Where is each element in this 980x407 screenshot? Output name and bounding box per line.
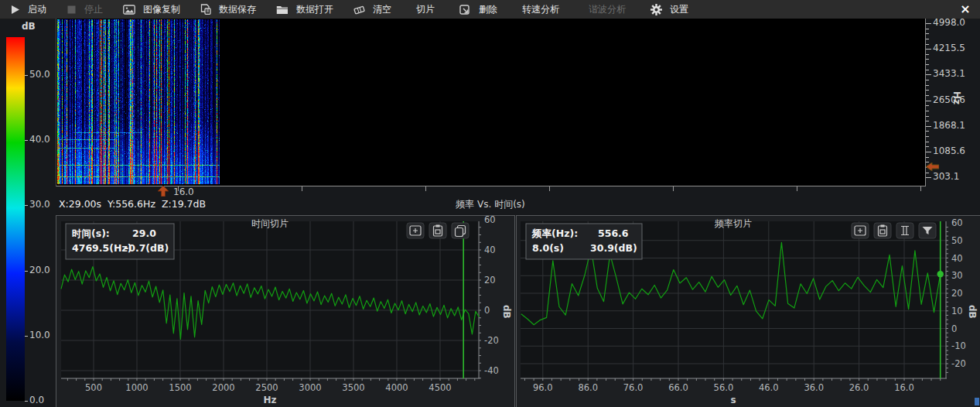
freq-axis-minor-tick	[926, 64, 929, 65]
colorbar-tick-label: 30.0	[29, 199, 50, 210]
chart-button-filter[interactable]	[919, 223, 936, 238]
freq-axis-tick-label: 1085.6	[933, 145, 965, 156]
toolbar-item-label: 切片	[416, 3, 435, 16]
chart-button-clipboard[interactable]	[874, 223, 891, 238]
chart-button-cursors[interactable]	[896, 223, 913, 238]
freq-axis-minor-tick	[926, 146, 929, 147]
freq-axis-minor-tick	[926, 54, 929, 55]
cursor-dot	[937, 271, 944, 277]
time-marker-arrow-icon[interactable]	[157, 186, 169, 197]
info-text: 频率(Hz):	[531, 227, 578, 239]
freq-axis-minor-tick	[926, 29, 929, 29]
x-tick-label: 16.0	[894, 382, 914, 393]
play-icon	[10, 5, 24, 15]
chart-title: 频率切片	[714, 218, 752, 229]
y-tick-label: -20	[484, 335, 499, 346]
chart-button-add-box[interactable]	[852, 223, 869, 238]
chart-button-add-box[interactable]	[407, 223, 424, 238]
freq-axis-minor-tick	[926, 136, 929, 137]
freq-axis-tick-label: 1868.1	[933, 120, 965, 131]
toolbar-item-4[interactable]: 数据打开	[266, 0, 343, 19]
spectrogram-image[interactable]	[57, 19, 220, 184]
chart-button-layers[interactable]	[452, 223, 469, 238]
toolbar-item-label: 数据保存	[219, 3, 256, 16]
colorbar-tick-label: 40.0	[29, 134, 50, 145]
freq-axis-tick	[926, 49, 931, 50]
freq-marker-arrow-icon[interactable]	[926, 162, 939, 171]
resize-grip[interactable]	[975, 398, 979, 405]
toolbar-item-10[interactable]: 设置	[640, 0, 698, 19]
freq-axis-minor-tick	[926, 157, 929, 158]
time-slice-chart[interactable]: 5001000150020002500300035004000450060402…	[56, 215, 515, 407]
gear-icon	[650, 4, 666, 15]
info-text: 556.6	[598, 227, 629, 239]
info-text: -0.7(dB)	[125, 242, 169, 254]
toolbar-item-0[interactable]: 启动	[0, 0, 56, 19]
toolbar-item-3[interactable]: 数据保存	[190, 0, 266, 19]
freq-axis-minor-tick	[926, 59, 929, 60]
info-text: 时间(s):	[72, 227, 110, 239]
y-tick-label: -10	[951, 340, 966, 351]
y-tick-label: 20	[951, 288, 963, 299]
x-tick-label: 66.0	[668, 382, 688, 393]
x-tick-label: 96.0	[533, 382, 553, 393]
freq-axis-minor-tick	[926, 44, 929, 45]
freq-axis-tick	[926, 101, 931, 101]
x-tick-label: 26.0	[849, 382, 869, 393]
y-tick-label: -40	[484, 365, 499, 376]
y-axis-unit-label: dB	[501, 305, 512, 319]
x-tick-label: 46.0	[759, 382, 779, 393]
colorbar-tick	[25, 271, 28, 272]
freq-axis-minor-tick	[926, 111, 929, 111]
close-button[interactable]: ×	[957, 1, 974, 18]
x-tick-label: 1500	[169, 382, 191, 393]
main-toolbar: 启动停止图像复制数据保存数据打开清空切片删除转速分析谐波分析设置	[0, 0, 980, 19]
freq-axis-minor-tick	[926, 70, 929, 70]
x-tick-label: 56.0	[714, 382, 734, 393]
toolbar-item-label: 转速分析	[522, 3, 559, 16]
y-tick-label: 40	[484, 245, 496, 255]
time-axis-tick	[425, 186, 426, 191]
app-root: 启动停止图像复制数据保存数据打开清空切片删除转速分析谐波分析设置 × dB 50…	[0, 0, 980, 407]
freq-axis-minor-tick	[926, 173, 929, 173]
toolbar-item-9: 谐波分析	[574, 0, 640, 19]
image-copy-icon	[123, 5, 139, 15]
freq-axis-minor-tick	[926, 85, 929, 86]
time-axis-tick	[673, 186, 674, 191]
freq-slice-chart[interactable]: 96.086.076.066.056.046.036.026.016.06050…	[516, 215, 980, 407]
colorbar-tick	[25, 336, 28, 337]
toolbar-item-5[interactable]: 清空	[343, 0, 401, 19]
toolbar-item-7[interactable]: 删除	[449, 0, 507, 19]
folder-open-icon	[276, 5, 292, 15]
freq-axis-tick-label: 303.1	[933, 171, 959, 182]
toolbar-item-label: 清空	[373, 3, 391, 16]
cursors-icon-bg	[896, 223, 913, 238]
freq-axis-tick	[926, 74, 931, 75]
colorbar-tick-label: 50.0	[29, 69, 50, 80]
spectrogram-status-row: X:29.00s Y:556.6Hz Z:19.7dB 频率 Vs. 时间(s)	[56, 196, 925, 213]
spectrogram-panel[interactable]	[56, 19, 926, 186]
y-tick-label: 30	[951, 270, 963, 281]
toolbar-item-8[interactable]: 转速分析	[507, 0, 574, 19]
colorbar-tick-label: 0.0	[29, 395, 44, 405]
freq-axis-minor-tick	[926, 33, 929, 34]
toolbar-item-2[interactable]: 图像复制	[113, 0, 190, 19]
y-axis-unit-label: dB	[967, 305, 978, 319]
toolbar-item-1: 停止	[56, 0, 113, 19]
colorbar-tick-label: 10.0	[29, 330, 50, 340]
x-tick-label: 4000	[385, 382, 408, 393]
y-tick-label: 0	[484, 305, 490, 316]
spectrogram-freq-unit-label: Hz	[951, 91, 962, 104]
y-tick-label: 20	[484, 275, 496, 286]
freq-axis-minor-tick	[926, 90, 929, 91]
save-icon	[200, 4, 215, 15]
freq-axis-tick-label: 4998.0	[933, 17, 965, 28]
toolbar-item-label: 图像复制	[143, 3, 180, 16]
stop-icon	[67, 5, 80, 15]
time-axis-tick	[920, 186, 921, 191]
x-tick-label: 4500	[429, 382, 451, 393]
toolbar-item-6[interactable]: 切片	[401, 0, 449, 19]
info-text: 30.9(dB)	[590, 242, 637, 254]
y-tick-label: 60	[951, 217, 963, 228]
chart-button-clipboard[interactable]	[429, 223, 446, 238]
